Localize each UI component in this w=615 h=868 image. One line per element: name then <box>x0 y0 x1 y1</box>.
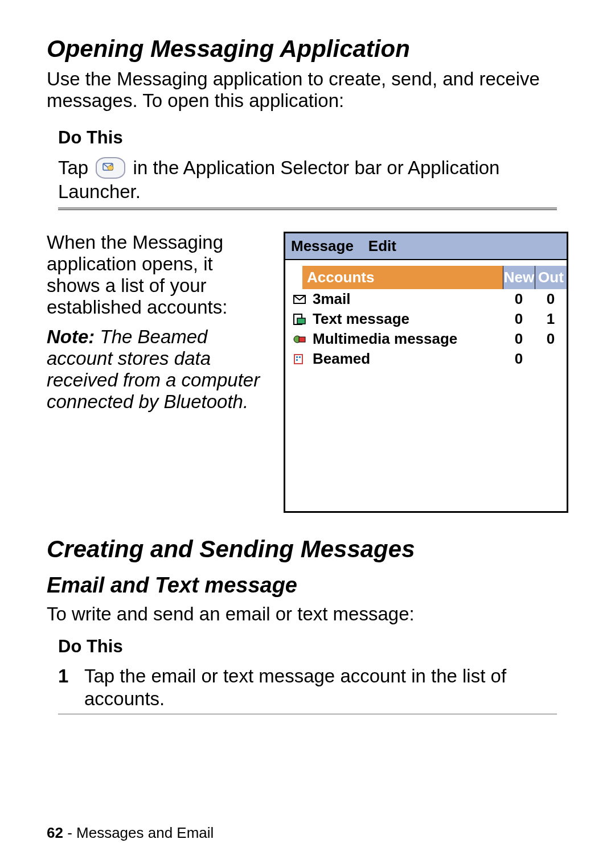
account-out: 0 <box>535 330 567 348</box>
note-label: Note: <box>47 326 95 347</box>
phone-menubar: Message Edit <box>285 233 567 260</box>
tap-before-text: Tap <box>58 157 93 178</box>
step-number: 1 <box>58 665 84 710</box>
svg-rect-6 <box>294 355 302 364</box>
do-this-label-2: Do This <box>58 636 568 657</box>
section-divider-single <box>58 714 557 714</box>
messaging-icon <box>96 157 125 179</box>
multimedia-icon <box>291 332 308 347</box>
account-new: 0 <box>503 350 535 368</box>
subsection-heading-email-text: Email and Text message <box>47 573 568 598</box>
svg-rect-8 <box>299 356 301 358</box>
page-number: 62 <box>47 824 63 841</box>
account-label: Text message <box>313 310 503 328</box>
svg-rect-3 <box>297 318 305 324</box>
page-footer: 62 - Messages and Email <box>47 824 214 842</box>
section-heading-creating: Creating and Sending Messages <box>47 536 568 563</box>
do-this-label-1: Do This <box>58 127 568 148</box>
menu-edit[interactable]: Edit <box>368 237 396 255</box>
account-out: 1 <box>535 310 567 328</box>
tap-instruction: Tap in the Application Selector bar or A… <box>58 156 568 204</box>
chapter-name: - Messages and Email <box>63 824 214 841</box>
account-out: 0 <box>535 290 567 308</box>
account-row-3mail[interactable]: 3mail 0 0 <box>285 289 567 309</box>
account-row-mms[interactable]: Multimedia message 0 0 <box>285 329 567 349</box>
accounts-intro-text: When the Messaging application opens, it… <box>47 232 268 318</box>
svg-rect-5 <box>299 337 305 342</box>
intro-paragraph-2: To write and send an email or text messa… <box>47 603 568 625</box>
envelope-icon <box>291 292 308 307</box>
account-new: 0 <box>503 310 535 328</box>
section-divider-double <box>58 208 557 210</box>
col-header-out: Out <box>535 266 567 289</box>
svg-rect-7 <box>296 356 298 358</box>
beamed-icon <box>291 352 308 367</box>
account-new: 0 <box>503 330 535 348</box>
account-row-beamed[interactable]: Beamed 0 <box>285 349 567 369</box>
account-row-text[interactable]: Text message 0 1 <box>285 309 567 329</box>
phone-screenshot: Message Edit Accounts New Out 3mail 0 0 <box>284 232 568 513</box>
account-label: Multimedia message <box>313 330 503 348</box>
account-new: 0 <box>503 290 535 308</box>
svg-rect-9 <box>296 359 298 361</box>
section-heading-opening: Opening Messaging Application <box>47 35 568 63</box>
step-1: 1 Tap the email or text message account … <box>58 665 568 710</box>
side-paragraph: When the Messaging application opens, it… <box>47 232 268 413</box>
intro-paragraph-1: Use the Messaging application to create,… <box>47 68 568 112</box>
phone-table-header: Accounts New Out <box>285 266 567 289</box>
step-text: Tap the email or text message account in… <box>84 665 568 710</box>
text-message-icon <box>291 312 308 327</box>
col-header-accounts: Accounts <box>302 266 503 289</box>
account-label: Beamed <box>313 350 503 368</box>
col-header-new: New <box>503 266 535 289</box>
menu-message[interactable]: Message <box>291 237 354 255</box>
account-label: 3mail <box>313 290 503 308</box>
